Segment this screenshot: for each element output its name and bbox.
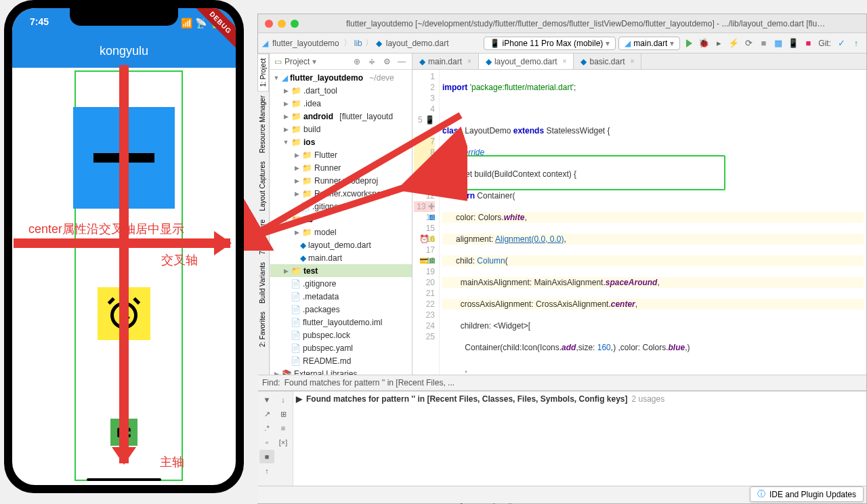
breadcrumb-lib[interactable]: lib (354, 39, 362, 48)
project-view-selector[interactable]: Project (284, 57, 310, 66)
debug-button[interactable]: 🐞 (698, 37, 710, 49)
notification-popup[interactable]: ⓘ IDE and Plugin Updates (750, 486, 864, 502)
git-label: Git: (817, 39, 832, 48)
tab-basic[interactable]: ◆basic.dart× (574, 54, 641, 69)
code-editor[interactable]: 1234 5 📱678 9101112 13 ✚14 15 ⏰16 17 💳18… (413, 70, 866, 375)
ide-window: flutter_layoutdemo [~/development/study/… (257, 14, 867, 504)
clock: 7:45 (30, 16, 49, 27)
inspector-button[interactable]: ■ (802, 37, 814, 49)
annotation-center: center属性沿交叉轴居中显示 (28, 221, 184, 237)
stop-button[interactable]: ■ (757, 37, 769, 49)
minimize-icon[interactable] (278, 20, 286, 28)
run-config-selector[interactable]: ◢ main.dart ▾ (618, 37, 680, 50)
git-commit-button[interactable]: ↑ (850, 37, 862, 49)
home-indicator (87, 478, 161, 481)
app-title: kongyulu (100, 44, 148, 58)
title-bar: flutter_layoutdemo [~/development/study/… (258, 14, 866, 33)
tree-icon[interactable]: ⊞ (276, 407, 291, 421)
devtools-button[interactable]: ▦ (772, 37, 784, 49)
main-toolbar: ◢ flutter_layoutdemo 〉 lib 〉 ◆ layout_de… (258, 33, 866, 54)
project-tree[interactable]: ▼◢flutter_layoutdemo ~/deve ▶📁.dart_tool… (270, 70, 412, 381)
flutter-icon: ◢ (262, 39, 268, 48)
preview-icon[interactable]: [×] (276, 436, 291, 449)
expand-icon[interactable]: ↗ (259, 407, 274, 421)
pin-icon[interactable]: ■ (259, 450, 274, 463)
device-button[interactable]: 📱 (787, 37, 799, 49)
flat-icon[interactable]: ≡ (276, 421, 291, 435)
project-header: ▭ Project ▾ ⊕ ≑ ⚙ — (270, 54, 412, 70)
filter-icon[interactable]: ▼ (259, 393, 274, 406)
annotation-cross-axis: 交叉轴 (161, 252, 198, 268)
window-title: flutter_layoutdemo [~/development/study/… (305, 19, 866, 28)
regex-icon[interactable]: .* (259, 421, 274, 435)
sidetab-captures[interactable]: Layout Captures (257, 157, 268, 215)
locate-icon[interactable]: ⊕ (351, 57, 363, 66)
iphone-notch (70, 8, 178, 26)
dart-icon: ◆ (376, 39, 382, 48)
sidetab-favorites[interactable]: 2: Favorites (257, 308, 268, 351)
find-summary[interactable]: Found matches for pattern '' in [Recent … (284, 378, 454, 387)
window-controls[interactable] (258, 14, 305, 33)
device-selector[interactable]: 📱 iPhone 11 Pro Max (mobile) ▾ (484, 37, 616, 50)
find-results-title: ▶ Found matches for pattern '' in [Recen… (258, 392, 866, 406)
find-bar: Find: Found matches for pattern '' in [R… (258, 375, 866, 391)
find-toolbar: ▼ ↗ .* ▫ ■ ↑ ↓ ⊞ ≡ [×] (258, 392, 293, 486)
git-update-button[interactable]: ✓ (835, 37, 847, 49)
find-label: Find: (262, 378, 280, 387)
profile-button[interactable]: ▸ (713, 37, 725, 49)
editor-tabs: ◆main.dart× ◆layout_demo.dart× ◆basic.da… (413, 54, 866, 70)
breadcrumb-file[interactable]: layout_demo.dart (385, 39, 450, 48)
sidetab-variants[interactable]: Build Variants (257, 258, 268, 308)
hot-reload-button[interactable]: ⚡ (727, 37, 740, 49)
info-icon: ⓘ (757, 488, 765, 500)
main-axis-arrow (119, 65, 129, 463)
code-highlight-box (457, 155, 725, 190)
breadcrumb-root[interactable]: flutter_layoutdemo (271, 39, 341, 48)
group-icon[interactable]: ▫ (259, 436, 274, 449)
line-gutter: 1234 5 📱678 9101112 13 ✚14 15 ⏰16 17 💳18… (413, 70, 440, 375)
cross-axis-arrow (14, 238, 230, 248)
tab-main[interactable]: ◆main.dart× (413, 54, 479, 69)
sidetab-resource[interactable]: Resource Manager (257, 91, 268, 157)
signal-icon: 📶 (181, 18, 192, 28)
close-icon[interactable] (265, 20, 273, 28)
sidetab-structure[interactable]: 7: Structure (257, 215, 268, 259)
run-button[interactable] (683, 37, 695, 49)
collapse-icon[interactable]: ≑ (366, 57, 378, 66)
attach-button[interactable]: ⟳ (742, 37, 755, 49)
prev-icon[interactable]: ↑ (259, 464, 274, 478)
zoom-icon[interactable] (291, 20, 299, 28)
project-sidebar: ▭ Project ▾ ⊕ ≑ ⚙ — ▼◢flutter_layoutdemo… (270, 54, 413, 375)
code-area[interactable]: import 'package:flutter/material.dart'; … (440, 70, 866, 375)
annotation-main-axis: 主轴 (160, 454, 184, 470)
sidetab-project[interactable]: 1: Project (257, 54, 269, 91)
settings-icon[interactable]: ⚙ (381, 57, 393, 66)
wifi-icon: 📡 (195, 18, 207, 28)
find-results-panel: ▼ ↗ .* ▫ ■ ↑ ↓ ⊞ ≡ [×] ▶ Found matches f… (258, 391, 866, 486)
next-icon[interactable]: ↓ (276, 393, 291, 406)
tab-layout-demo[interactable]: ◆layout_demo.dart× (479, 54, 574, 69)
hide-icon[interactable]: — (396, 57, 408, 66)
